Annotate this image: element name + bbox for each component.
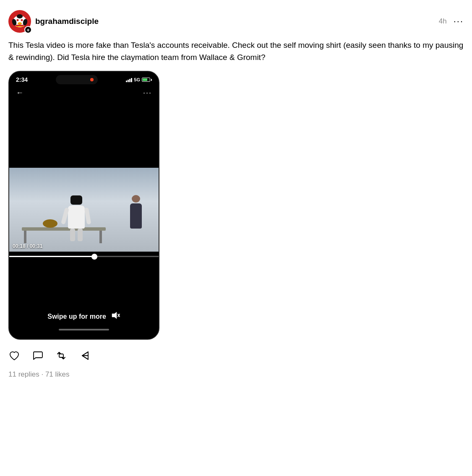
phone-signal-area: 5G — [126, 77, 152, 82]
share-button[interactable] — [79, 350, 91, 364]
recording-indicator — [90, 78, 94, 81]
back-arrow-icon[interactable]: ← — [16, 88, 23, 97]
username[interactable]: bgrahamdisciple — [35, 17, 99, 26]
table-leg-left — [24, 231, 26, 243]
heart-icon — [8, 350, 20, 362]
robot-arm-left — [61, 207, 69, 224]
video-timestamp: 00:18 / 00:31 — [13, 243, 42, 249]
table-surface — [22, 227, 106, 231]
svg-point-1 — [17, 19, 19, 21]
svg-point-4 — [17, 14, 23, 18]
post-time: 4h — [439, 17, 447, 26]
progress-fill — [9, 256, 94, 257]
more-options-button[interactable]: ··· — [454, 16, 464, 27]
table-leg-right — [99, 231, 102, 243]
phone-status-bar: 2:34 5G — [9, 72, 159, 86]
stats-separator: · — [41, 370, 45, 378]
swipe-up-text: Swipe up for more — [47, 313, 106, 320]
progress-track — [9, 256, 159, 257]
video-content[interactable]: 00:18 / 00:31 — [9, 168, 159, 252]
add-button[interactable]: + — [24, 26, 32, 34]
post-stats: 11 replies · 71 likes — [8, 370, 464, 379]
likes-count[interactable]: 71 likes — [45, 370, 70, 378]
mute-icon[interactable] — [111, 311, 120, 322]
svg-point-2 — [21, 19, 23, 21]
home-indicator — [59, 329, 109, 330]
background-person — [130, 203, 142, 229]
video-black-bottom: Swipe up for more — [9, 263, 159, 339]
swipe-up-row: Swipe up for more — [47, 311, 120, 322]
mute-speaker-icon — [111, 311, 120, 320]
svg-rect-8 — [16, 26, 23, 27]
repost-button[interactable] — [55, 350, 67, 364]
post-header: + bgrahamdisciple 4h ··· — [8, 10, 464, 33]
post-text: This Tesla video is more fake than Tesla… — [8, 39, 464, 63]
signal-bars-icon — [126, 77, 132, 82]
avatar[interactable]: + — [8, 10, 31, 33]
video-black-top — [9, 101, 159, 168]
video-scene — [9, 168, 159, 252]
phone-time: 2:34 — [16, 76, 28, 83]
robot-arm-right — [84, 207, 91, 224]
replies-count[interactable]: 11 replies — [8, 370, 39, 378]
video-progress-area[interactable] — [9, 252, 159, 263]
progress-thumb[interactable] — [91, 254, 97, 260]
robot-leg-left — [70, 229, 75, 241]
comment-button[interactable] — [32, 350, 44, 364]
robot-torso — [68, 205, 85, 229]
post-header-left: + bgrahamdisciple — [8, 10, 99, 33]
svg-rect-7 — [16, 25, 24, 26]
action-bar — [8, 348, 464, 366]
scene-background — [9, 168, 159, 252]
table-object — [43, 219, 57, 228]
background-person-head — [132, 195, 140, 203]
repost-icon — [55, 350, 67, 362]
svg-marker-9 — [112, 312, 117, 319]
dynamic-island — [56, 75, 98, 84]
phone-more-options[interactable]: ··· — [143, 88, 152, 97]
phone-nav-bar: ← ··· — [9, 86, 159, 101]
robot-leg-right — [78, 229, 83, 241]
robot-figure — [68, 205, 85, 229]
post-meta: 4h ··· — [439, 16, 464, 27]
battery-icon — [142, 78, 152, 82]
phone-mockup: 2:34 5G ← ··· — [8, 71, 159, 340]
network-type: 5G — [134, 77, 140, 82]
robot-head — [70, 195, 82, 205]
like-button[interactable] — [8, 350, 20, 364]
share-icon — [79, 350, 91, 362]
comment-icon — [32, 350, 44, 362]
svg-point-3 — [18, 22, 22, 25]
